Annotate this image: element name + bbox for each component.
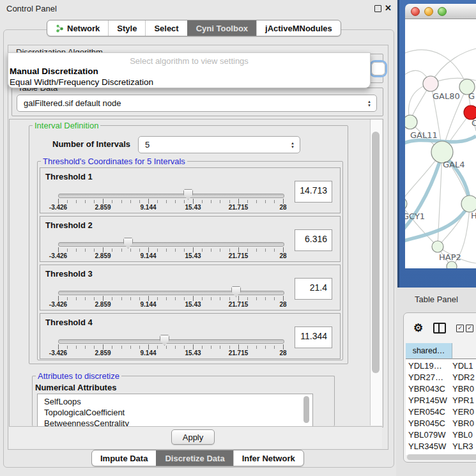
threshold-4-slider-track[interactable] — [58, 339, 284, 344]
table-row[interactable]: YBR043CYBR0 — [406, 383, 476, 394]
cell-shared-name: YBR045C — [406, 418, 452, 428]
number-of-intervals-value: 5 — [139, 140, 286, 150]
spinner-down-icon: ▼ — [291, 145, 295, 149]
tab-jactivemnodules[interactable]: jActiveMNodules — [256, 20, 341, 36]
threshold-3-label: Threshold 3 — [45, 269, 93, 279]
threshold-1-slider-thumb[interactable] — [183, 189, 193, 200]
tab-network-label: Network — [67, 24, 100, 33]
major-tick — [58, 199, 59, 204]
tick-label: 21.715 — [222, 252, 254, 259]
number-of-intervals-spinner[interactable]: 5 ▲ ▼ — [138, 136, 300, 153]
table-rows: YDL19…YDL1 YDR27…YDR2 YBR043CYBR0 YPR145… — [406, 360, 476, 455]
zoom-traffic-light-icon[interactable] — [438, 7, 447, 16]
table-hscrollbar-thumb[interactable] — [407, 454, 476, 460]
threshold-3-box: Threshold 3 -3.426 2.859 9.144 15.43 21.… — [40, 265, 341, 311]
node-gcy1[interactable] — [405, 197, 407, 210]
node-bottom[interactable] — [447, 261, 457, 268]
cell-shared-name: YLR345W — [406, 441, 452, 451]
close-icon[interactable]: ✕ — [385, 4, 392, 12]
major-tick — [283, 296, 284, 301]
threshold-2-value-field[interactable]: 6.316 — [295, 229, 332, 251]
major-tick — [58, 344, 59, 349]
network-nodes[interactable] — [405, 76, 476, 268]
list-item[interactable]: TopologicalCoefficient — [38, 407, 312, 418]
checkbox-icon[interactable]: ✓ — [466, 325, 473, 332]
node-h[interactable] — [461, 196, 476, 212]
major-tick — [148, 247, 149, 252]
combo-updown-icon: ▲ ▼ — [362, 100, 376, 107]
tick-label: -3.426 — [42, 204, 74, 211]
column-header-shared-name[interactable]: shared… — [406, 343, 452, 359]
table-row[interactable]: YDL19…YDL1 — [406, 360, 476, 371]
threshold-4-label: Threshold 4 — [45, 318, 93, 327]
minimize-traffic-light-icon[interactable] — [424, 7, 433, 16]
node-hap2[interactable] — [432, 241, 443, 252]
table-data-combo[interactable]: galFiltered.sif default node ▲ ▼ — [17, 95, 377, 112]
popup-item-manual-discretization[interactable]: Manual Discretization — [8, 66, 370, 77]
network-window-titlebar[interactable] — [405, 4, 476, 19]
threshold-4-value-field[interactable]: 11.344 — [295, 326, 332, 348]
popup-item-equal-width[interactable]: Equal Width/Frequency Discretization — [8, 77, 370, 88]
algorithm-dropdown-popup: Select algorithm to view settings Manual… — [8, 52, 371, 88]
tick-label: 28 — [267, 252, 299, 259]
settings-scrollbar-thumb[interactable] — [372, 132, 380, 373]
table-row[interactable]: YPR145WYPR1 — [406, 394, 476, 406]
tab-impute-data[interactable]: Impute Data — [92, 450, 156, 466]
threshold-3-slider-track[interactable] — [58, 291, 284, 295]
apply-button[interactable]: Apply — [171, 429, 215, 445]
table-row[interactable]: YBL079WYBL0 — [406, 429, 476, 440]
tab-style-label: Style — [117, 24, 137, 33]
node-gal80[interactable] — [423, 76, 438, 91]
table-row[interactable]: YLR345WYLR3 — [406, 440, 476, 452]
threshold-2-slider-track[interactable] — [58, 242, 284, 247]
major-tick — [238, 199, 239, 204]
numerical-attributes-list[interactable]: SelfLoops TopologicalCoefficient Between… — [37, 394, 313, 427]
threshold-1-value-field[interactable]: 14.713 — [295, 181, 332, 203]
table-row[interactable]: YDR27…YDR2 — [406, 371, 476, 383]
tab-discretize-data[interactable]: Discretize Data — [156, 450, 233, 466]
major-tick — [238, 296, 239, 301]
tab-select-label: Select — [154, 24, 178, 33]
close-traffic-light-icon[interactable] — [411, 7, 420, 16]
node-label-gcy1: GCY1 — [405, 211, 425, 221]
node-label-hap2: HAP2 — [439, 252, 461, 262]
threshold-1-minor-ticks — [58, 200, 284, 203]
float-window-icon[interactable] — [374, 5, 381, 12]
tab-infer-network[interactable]: Infer Network — [233, 450, 303, 466]
split-columns-icon[interactable] — [433, 323, 446, 334]
list-item[interactable]: BetweennessCentrality — [38, 418, 312, 427]
tab-cyni-toolbox[interactable]: Cyni Toolbox — [187, 20, 256, 36]
tab-network[interactable]: Network — [47, 20, 108, 36]
major-tick — [103, 296, 104, 301]
gear-icon[interactable]: ⚙ — [413, 323, 423, 334]
cell-shared-name: YPR145W — [406, 395, 452, 405]
major-tick — [283, 344, 284, 349]
algorithm-combo-arrow-button[interactable] — [371, 62, 385, 75]
table-row[interactable]: YBR045CYBR0 — [406, 417, 476, 429]
popup-placeholder-item[interactable]: Select algorithm to view settings — [8, 53, 370, 66]
threshold-3-slider-thumb[interactable] — [231, 286, 241, 297]
tab-select[interactable]: Select — [145, 20, 187, 36]
tab-style[interactable]: Style — [108, 20, 145, 36]
major-tick — [58, 247, 59, 252]
cell-name: YLR3 — [452, 441, 473, 451]
threshold-3-value-field[interactable]: 21.4 — [295, 278, 332, 300]
threshold-1-label: Threshold 1 — [45, 172, 93, 181]
threshold-4-minor-ticks — [58, 346, 284, 349]
tick-label: -3.426 — [42, 252, 74, 259]
node-gal11[interactable] — [405, 115, 417, 129]
table-panel-card: ⚙ ✓ ✓ shared… na YDL19…YDL1 YDR27…YDR2 Y… — [403, 312, 476, 463]
node-red-selected[interactable] — [464, 105, 476, 119]
attributes-scrollbar-thumb[interactable] — [303, 396, 309, 423]
network-canvas[interactable]: GAL80 G C GAL11 GAL4 GCY1 H HAP2 — [405, 19, 476, 268]
threshold-1-slider-track[interactable] — [58, 194, 284, 198]
column-header-name[interactable]: na — [452, 343, 476, 359]
checkbox-icon[interactable]: ✓ — [456, 325, 464, 332]
attributes-title: Attributes to discretize — [36, 371, 121, 381]
threshold-2-slider-thumb[interactable] — [123, 238, 133, 249]
node-label-g: G — [468, 91, 475, 101]
threshold-4-slider-thumb[interactable] — [160, 335, 169, 346]
list-item[interactable]: SelfLoops — [38, 394, 312, 407]
table-row[interactable]: YER054CYER0 — [406, 406, 476, 417]
major-tick — [103, 247, 104, 252]
